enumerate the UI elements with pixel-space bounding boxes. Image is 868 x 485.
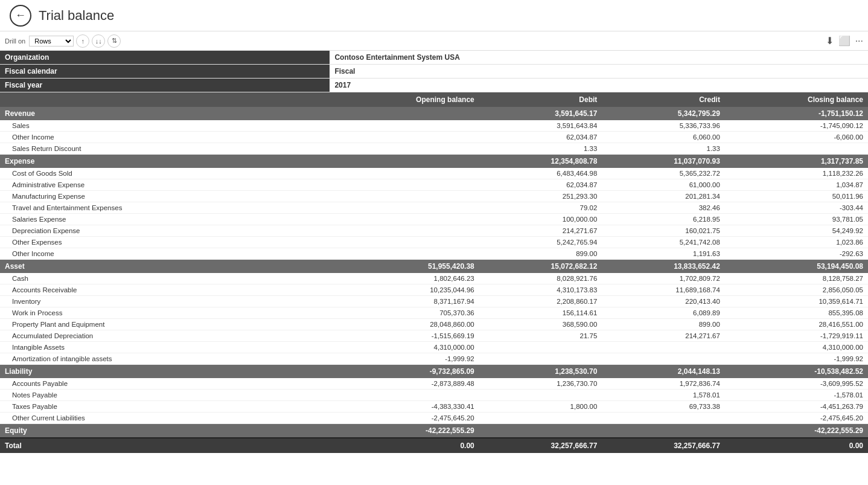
toolbar: Drill on Rows Columns ↑ ↓↓ ⇅ ⬇ ⬜ ··· xyxy=(0,31,868,51)
row-credit: 1,191.63 xyxy=(602,248,725,260)
list-item: Other Income 62,034.87 6,060.00 -6,060.0… xyxy=(0,132,868,143)
list-item: Other Expenses 5,242,765.94 5,241,742.08… xyxy=(0,237,868,248)
row-closing: 50,011.96 xyxy=(725,191,868,202)
row-closing: -6,060.00 xyxy=(725,132,868,143)
row-opening: -4,383,330.41 xyxy=(330,401,479,413)
list-item: Notes Payable 1,578.01 -1,578.01 xyxy=(0,390,868,401)
list-item: Intangible Assets 4,310,000.00 4,310,000… xyxy=(0,342,868,353)
list-item: Accounts Receivable 10,235,044.96 4,310,… xyxy=(0,284,868,296)
expand-icon[interactable]: ⬜ xyxy=(838,35,850,47)
col-closing-balance-header: Closing balance xyxy=(725,92,868,108)
row-name: Other Expenses xyxy=(0,237,330,248)
equity-category-row: Equity -42,222,555.29 -42,222,555.29 xyxy=(0,424,868,438)
fiscal-calendar-label: Fiscal calendar xyxy=(0,65,330,79)
row-name: Travel and Entertainment Expenses xyxy=(0,202,330,214)
fiscal-year-row: Fiscal year 2017 xyxy=(0,79,868,92)
download-icon[interactable]: ⬇ xyxy=(826,35,834,47)
row-closing: -1,745,090.12 xyxy=(725,120,868,132)
asset-opening: 51,955,420.38 xyxy=(330,260,479,274)
row-debit: 1,236,730.70 xyxy=(479,378,602,390)
row-credit: 160,021.75 xyxy=(602,225,725,237)
row-name: Sales xyxy=(0,120,330,132)
col-credit-header: Credit xyxy=(602,92,725,108)
list-item: Salaries Expense 100,000.00 6,218.95 93,… xyxy=(0,214,868,225)
liability-closing: -10,538,482.52 xyxy=(725,365,868,379)
row-credit: 69,733.38 xyxy=(602,401,725,413)
row-debit: 21.75 xyxy=(479,330,602,342)
row-closing: 1,118,232.26 xyxy=(725,168,868,179)
row-debit: 156,114.61 xyxy=(479,307,602,319)
row-credit xyxy=(602,413,725,424)
liability-category-row: Liability -9,732,865.09 1,238,530.70 2,0… xyxy=(0,365,868,379)
more-options-icon[interactable]: ··· xyxy=(855,36,863,47)
row-opening: -1,999.92 xyxy=(330,353,479,365)
row-opening: 4,310,000.00 xyxy=(330,342,479,353)
equity-opening: -42,222,555.29 xyxy=(330,424,479,438)
list-item: Amortization of intangible assets -1,999… xyxy=(0,353,868,365)
drill-up-button[interactable]: ↑ xyxy=(76,34,89,48)
revenue-name: Revenue xyxy=(0,107,330,120)
row-debit: 251,293.30 xyxy=(479,191,602,202)
list-item: Depreciation Expense 214,271.67 160,021.… xyxy=(0,225,868,237)
list-item: Accumulated Depreciation -1,515,669.19 2… xyxy=(0,330,868,342)
col-debit-header: Debit xyxy=(479,92,602,108)
toolbar-right: ⬇ ⬜ ··· xyxy=(826,35,863,47)
row-credit: 11,689,168.74 xyxy=(602,284,725,296)
row-credit: 6,060.00 xyxy=(602,132,725,143)
row-name: Depreciation Expense xyxy=(0,225,330,237)
row-opening xyxy=(330,143,479,155)
total-closing: 0.00 xyxy=(725,438,868,453)
expense-opening xyxy=(330,155,479,169)
row-credit: 6,218.95 xyxy=(602,214,725,225)
row-opening: -2,873,889.48 xyxy=(330,378,479,390)
row-debit xyxy=(479,353,602,365)
row-debit: 368,590.00 xyxy=(479,319,602,330)
col-name-header xyxy=(0,92,330,108)
row-closing: -3,609,995.52 xyxy=(725,378,868,390)
row-opening: -1,515,669.19 xyxy=(330,330,479,342)
row-closing: 8,128,758.27 xyxy=(725,273,868,284)
org-row: Organization Contoso Entertainment Syste… xyxy=(0,51,868,65)
list-item: Work in Process 705,370.36 156,114.61 6,… xyxy=(0,307,868,319)
row-debit: 8,028,921.76 xyxy=(479,273,602,284)
row-closing: -292.63 xyxy=(725,248,868,260)
row-credit: 5,336,733.96 xyxy=(602,120,725,132)
expense-name: Expense xyxy=(0,155,330,169)
liability-debit: 1,238,530.70 xyxy=(479,365,602,379)
row-name: Taxes Payable xyxy=(0,401,330,413)
row-closing: 855,395.08 xyxy=(725,307,868,319)
row-opening: 1,802,646.23 xyxy=(330,273,479,284)
row-credit: 5,241,742.08 xyxy=(602,237,725,248)
equity-closing: -42,222,555.29 xyxy=(725,424,868,438)
expense-closing: 1,317,737.85 xyxy=(725,155,868,169)
liability-opening: -9,732,865.09 xyxy=(330,365,479,379)
row-opening xyxy=(330,179,479,191)
total-label: Total xyxy=(0,438,330,453)
liability-section: Liability -9,732,865.09 1,238,530.70 2,0… xyxy=(0,365,868,424)
drill-on-select[interactable]: Rows Columns xyxy=(29,36,74,47)
row-debit: 5,242,765.94 xyxy=(479,237,602,248)
row-closing xyxy=(725,143,868,155)
drill-down-all-button[interactable]: ↓↓ xyxy=(92,34,105,48)
row-name: Notes Payable xyxy=(0,390,330,401)
row-debit: 1.33 xyxy=(479,143,602,155)
fiscal-year-value: 2017 xyxy=(330,79,868,92)
equity-name: Equity xyxy=(0,424,330,438)
back-button[interactable]: ← xyxy=(10,5,31,27)
org-label: Organization xyxy=(0,51,330,65)
row-name: Administrative Expense xyxy=(0,179,330,191)
expand-all-button[interactable]: ⇅ xyxy=(107,34,121,48)
row-closing: 1,023.86 xyxy=(725,237,868,248)
revenue-closing: -1,751,150.12 xyxy=(725,107,868,120)
row-credit: 382.46 xyxy=(602,202,725,214)
asset-category-row: Asset 51,955,420.38 15,072,682.12 13,833… xyxy=(0,260,868,274)
row-debit: 2,208,860.17 xyxy=(479,296,602,307)
list-item: Other Income 899.00 1,191.63 -292.63 xyxy=(0,248,868,260)
total-credit: 32,257,666.77 xyxy=(602,438,725,453)
row-closing: -1,729,919.11 xyxy=(725,330,868,342)
total-opening: 0.00 xyxy=(330,438,479,453)
asset-credit: 13,833,652.42 xyxy=(602,260,725,274)
row-closing: 54,249.92 xyxy=(725,225,868,237)
expense-debit: 12,354,808.78 xyxy=(479,155,602,169)
row-opening xyxy=(330,237,479,248)
